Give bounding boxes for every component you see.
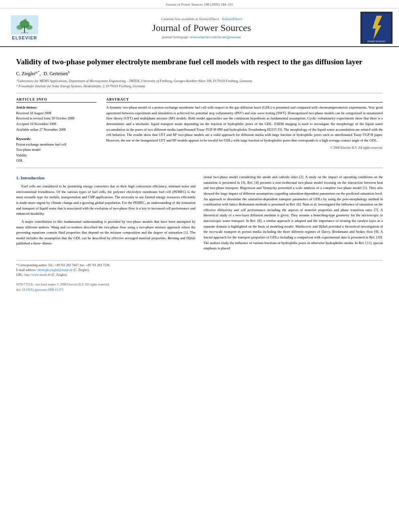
body-col-right: sional two-phase model considering the a… (204, 175, 383, 254)
keywords-label: Keywords: (16, 137, 31, 141)
article-history-block: Article history: Received 18 August 2008… (16, 105, 97, 132)
article-info-abstract-row: ARTICLE INFO Article history: Received 1… (16, 97, 383, 164)
svg-point-4 (16, 25, 23, 30)
elsevier-logo-area: 🌿 ELSEVIER ELSEVIER (6, 15, 43, 40)
abstract-col: ABSTRACT A dynamic two-phase model of a … (106, 97, 383, 164)
journal-citation: Journal of Power Sources 188 (2009) 184–… (166, 2, 233, 6)
footnote-url: URL: http://www.imtek.de (C. Ziegler). (16, 273, 383, 277)
contents-available-line: Contents lists available at ScienceDirec… (43, 17, 360, 21)
journal-header: 🌿 ELSEVIER ELSEVIER Contents lists avail… (0, 8, 399, 47)
bottom-meta: 0378-7753/$ – see front matter © 2008 El… (16, 282, 383, 293)
affiliations: ᵃ Laboratory for MEMS Applications, Depa… (16, 78, 383, 89)
footnote-area: * Corresponding author. Tel.: +49 761 20… (16, 260, 383, 277)
elsevier-wordmark: ELSEVIER (12, 35, 37, 40)
received-date: Received 18 August 2008 (16, 111, 51, 115)
footnote-corresponding: * Corresponding author. Tel.: +49 761 20… (16, 263, 383, 268)
author-b: D. Gerteisen (43, 71, 68, 76)
elsevier-tree-icon: 🌿 ELSEVIER (11, 15, 38, 35)
abstract-text: A dynamic two-phase model of a proton ex… (106, 105, 383, 143)
body-col-left: 1. Introduction Fuel cells are considere… (16, 175, 195, 254)
svg-text:ELSEVIER: ELSEVIER (21, 32, 29, 34)
author-a: C. Ziegler (16, 71, 36, 76)
abstract-heading: ABSTRACT (106, 97, 383, 103)
journal-logo-box: POWER SOURCES (360, 12, 393, 44)
copyright-line: © 2008 Elsevier B.V. All rights reserved… (106, 146, 383, 150)
svg-text:POWER SOURCES: POWER SOURCES (367, 40, 386, 43)
keyword-4: GDL (16, 158, 23, 162)
online-date: Available online 27 November 2008 (16, 127, 66, 131)
article-info-heading: ARTICLE INFO (16, 97, 97, 103)
body-text-area: 1. Introduction Fuel cells are considere… (16, 175, 383, 254)
article-history-label: Article history: (16, 105, 37, 109)
accepted-date: Accepted 16 November 2008 (16, 122, 56, 126)
intro-p1: Fuel cells are considered to be promisin… (16, 184, 195, 217)
affiliation-a: ᵃ Laboratory for MEMS Applications, Depa… (16, 78, 383, 84)
svg-point-5 (26, 25, 33, 30)
intro-p2: A major contribution to this fundamental… (16, 219, 195, 246)
elsevier-logo: 🌿 ELSEVIER ELSEVIER (6, 15, 43, 40)
article-area: Validity of two-phase polymer electrolyt… (0, 47, 399, 300)
url-author: (C. Ziegler). (51, 273, 68, 277)
journal-title: Journal of Power Sources (43, 23, 360, 33)
affiliation-b: ᵇ Fraunhofer Institute for Solar Energy … (16, 84, 383, 89)
sciencedirect-link[interactable]: ScienceDirect (222, 17, 242, 21)
keyword-3: Validity (16, 153, 27, 157)
url-label: URL: (16, 273, 24, 277)
article-history-section: Article history: Received 18 August 2008… (16, 105, 97, 132)
url-link[interactable]: http://www.imtek.de (24, 273, 51, 277)
email-label: E-mail address: (16, 268, 37, 272)
journal-homepage: journal homepage: www.elsevier.com/locat… (43, 35, 360, 39)
doi-label: doi: (16, 288, 21, 292)
revised-date: Received in revised form 30 October 2008 (16, 116, 74, 120)
section-1-heading: 1. Introduction (16, 175, 195, 181)
journal-url[interactable]: www.elsevier.com/locate/jpowsour (190, 35, 241, 39)
keywords-block: Keywords: Proton exchange membrane fuel … (16, 136, 97, 164)
keyword-2: Two-phase model (16, 148, 41, 152)
divider-1 (16, 93, 383, 93)
homepage-label: journal homepage: (162, 35, 190, 39)
article-info-col: ARTICLE INFO Article history: Received 1… (16, 97, 97, 164)
intro-col2-p1: sional two-phase model considering the a… (204, 175, 383, 251)
email-author: (C. Ziegler). (74, 268, 90, 272)
authors-line: C. Zieglera,*, D. Gerteisenb (16, 70, 383, 77)
email-link[interactable]: christoph.ziegler@imtek.de (37, 268, 73, 272)
power-sources-logo-icon: POWER SOURCES (361, 12, 392, 43)
divider-2 (16, 168, 383, 168)
issn-line: 0378-7753/$ – see front matter © 2008 El… (16, 282, 383, 288)
journal-header-center: Contents lists available at ScienceDirec… (43, 17, 360, 39)
footnote-email: E-mail address: christoph.ziegler@imtek.… (16, 268, 383, 273)
article-title: Validity of two-phase polymer electrolyt… (16, 57, 383, 67)
journal-meta-bar: Journal of Power Sources 188 (2009) 184–… (0, 0, 399, 8)
doi-value[interactable]: 10.1016/j.jpowsour.2008.11.071 (22, 288, 63, 292)
keyword-1: Proton exchange membrane fuel cell (16, 142, 66, 146)
doi-line: doi: 10.1016/j.jpowsour.2008.11.071 (16, 288, 383, 293)
